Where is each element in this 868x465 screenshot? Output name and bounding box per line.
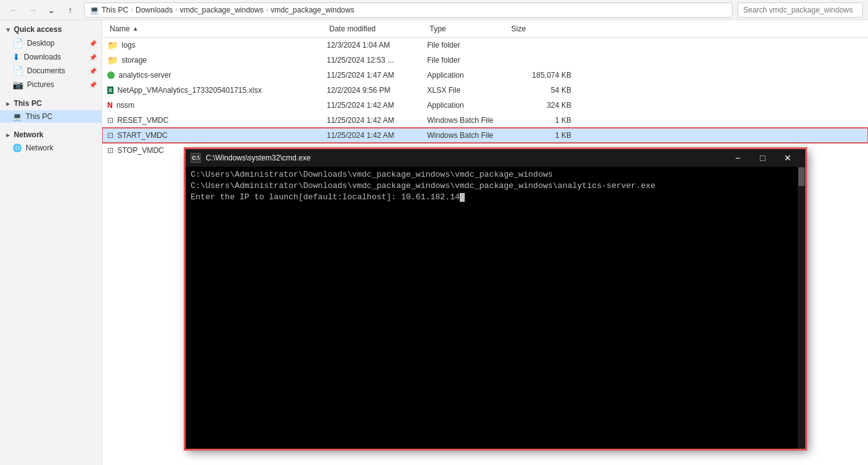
file-size-cell: 1 KB (509, 116, 571, 125)
sidebar-item-downloads[interactable]: ⬇ Downloads 📌 (0, 50, 102, 64)
desktop-icon: 📄 (13, 38, 23, 48)
thispc-header[interactable]: ► This PC (0, 97, 102, 110)
sidebar-item-desktop[interactable]: 📄 Desktop 📌 (0, 36, 102, 50)
file-date-cell: 11/25/2024 1:47 AM (327, 71, 427, 80)
breadcrumb-vmdc1: vmdc_package_windows (180, 6, 263, 14)
network-icon: 🌐 (13, 144, 22, 152)
title-bar: ← → ⌄ ↑ 💻 This PC › Downloads › vmdc_pac… (0, 0, 868, 20)
table-row[interactable]: analytics-server 11/25/2024 1:47 AM Appl… (102, 68, 868, 83)
thispc-item-label: This PC (26, 112, 53, 121)
file-date-cell: 11/25/2024 1:42 AM (327, 101, 427, 110)
file-date-cell: 11/25/2024 1:42 AM (327, 116, 427, 125)
documents-label: Documents (27, 66, 65, 75)
file-size-cell: 1 KB (509, 131, 571, 140)
cmd-icon: C:\ (191, 153, 201, 163)
cmd-minimize-button[interactable]: − (725, 149, 750, 167)
table-row-selected[interactable]: ⊡ START_VMDC 11/25/2024 1:42 AM Windows … (102, 128, 868, 143)
sidebar-item-documents[interactable]: 📄 Documents 📌 (0, 64, 102, 78)
nssm-icon: N (107, 101, 113, 110)
col-header-type[interactable]: Type (427, 24, 509, 33)
file-type-cell: File folder (427, 56, 509, 65)
file-date-cell: 11/25/2024 12:53 ... (327, 56, 427, 65)
col-header-date[interactable]: Date modified (327, 24, 427, 33)
chevron-icon: ► (5, 100, 11, 107)
cmd-close-button[interactable]: ✕ (775, 149, 800, 167)
folder-icon: 📁 (107, 55, 118, 65)
table-row[interactable]: 📁 storage 11/25/2024 12:53 ... File fold… (102, 53, 868, 68)
cmd-maximize-button[interactable]: □ (750, 149, 775, 167)
address-bar[interactable]: 💻 This PC › Downloads › vmdc_package_win… (84, 3, 733, 18)
pin-icon: 📌 (89, 40, 97, 47)
bat-icon: ⊡ (107, 131, 114, 140)
separator: › (175, 6, 177, 13)
bat-icon: ⊡ (107, 116, 114, 125)
table-row[interactable]: ⊡ RESET_VMDC 11/25/2024 1:42 AM Windows … (102, 113, 868, 128)
file-type-cell: Windows Batch File (427, 116, 509, 125)
dropdown-icon: ⌄ (48, 5, 55, 15)
desktop-label: Desktop (27, 39, 55, 48)
column-headers: Name ▲ Date modified Type Size (102, 20, 868, 38)
breadcrumb-downloads: Downloads (135, 6, 172, 14)
file-name-cell: ⊡ START_VMDC (107, 131, 327, 140)
cmd-cursor (460, 193, 465, 202)
table-row[interactable]: 📁 logs 12/3/2024 1:04 AM File folder (102, 38, 868, 53)
chevron-icon: ► (5, 132, 11, 138)
breadcrumb: 💻 This PC › Downloads › vmdc_package_win… (90, 6, 354, 14)
downloads-label: Downloads (24, 53, 61, 61)
main-layout: ▼ Quick access 📄 Desktop 📌 ⬇ Downloads 📌… (0, 20, 868, 465)
thispc-icon: 💻 (13, 112, 22, 121)
file-date-cell: 11/25/2024 1:42 AM (327, 131, 427, 140)
back-button[interactable]: ← (5, 1, 23, 19)
folder-icon: 📁 (107, 40, 118, 50)
cmd-scrollbar-thumb (798, 167, 805, 186)
cmd-body[interactable]: C:\Users\Administrator\Downloads\vmdc_pa… (186, 167, 805, 449)
file-name-cell: 📁 storage (107, 55, 327, 65)
file-name-cell: X NetApp_VMAnalytics_1733205401715.xlsx (107, 86, 327, 95)
file-name-cell: N nssm (107, 101, 327, 110)
chevron-icon: ▼ (5, 26, 11, 33)
network-label: Network (14, 130, 43, 139)
pictures-icon: 📷 (13, 80, 23, 90)
forward-icon: → (28, 5, 37, 15)
up-button[interactable]: ↑ (61, 1, 79, 19)
sidebar-item-network[interactable]: 🌐 Network (0, 142, 102, 154)
search-input[interactable] (738, 3, 863, 18)
file-type-cell: File folder (427, 41, 509, 50)
exe-icon (107, 71, 115, 79)
sidebar-item-thispc[interactable]: 💻 This PC (0, 110, 102, 123)
recent-button[interactable]: ⌄ (43, 1, 60, 19)
sidebar-item-pictures[interactable]: 📷 Pictures 📌 (0, 78, 102, 91)
quick-access-label: Quick access (14, 25, 62, 34)
cmd-window-controls: − □ ✕ (725, 149, 800, 167)
file-size-cell: 54 KB (509, 86, 571, 95)
pictures-label: Pictures (27, 80, 54, 89)
documents-icon: 📄 (13, 66, 23, 76)
file-size-cell: 324 KB (509, 101, 571, 110)
col-header-name[interactable]: Name ▲ (107, 24, 327, 33)
xlsx-icon: X (107, 86, 114, 94)
table-row[interactable]: X NetApp_VMAnalytics_1733205401715.xlsx … (102, 83, 868, 98)
bat-icon: ⊡ (107, 146, 114, 155)
separator: › (131, 6, 133, 13)
breadcrumb-thispc: This PC (102, 6, 129, 14)
forward-button[interactable]: → (24, 1, 41, 19)
file-name-cell: 📁 logs (107, 40, 327, 50)
cmd-output: C:\Users\Administrator\Downloads\vmdc_pa… (191, 169, 800, 204)
cmd-title-bar: C:\ C:\Windows\system32\cmd.exe − □ ✕ (186, 149, 805, 167)
downloads-icon: ⬇ (13, 52, 20, 62)
network-item-label: Network (26, 144, 53, 152)
file-type-cell: XLSX File (427, 86, 509, 95)
file-type-cell: Application (427, 101, 509, 110)
cmd-scrollbar[interactable] (798, 167, 805, 449)
sort-arrow: ▲ (132, 25, 139, 32)
file-name-cell: analytics-server (107, 71, 327, 80)
pin-icon: 📌 (89, 68, 97, 75)
table-row[interactable]: N nssm 11/25/2024 1:42 AM Application 32… (102, 98, 868, 113)
col-header-size[interactable]: Size (509, 24, 571, 33)
thispc-label: This PC (14, 99, 42, 108)
quick-access-header[interactable]: ▼ Quick access (0, 23, 102, 36)
sidebar: ▼ Quick access 📄 Desktop 📌 ⬇ Downloads 📌… (0, 20, 102, 465)
pin-icon: 📌 (89, 81, 97, 88)
network-header[interactable]: ► Network (0, 128, 102, 142)
file-type-cell: Windows Batch File (427, 131, 509, 140)
